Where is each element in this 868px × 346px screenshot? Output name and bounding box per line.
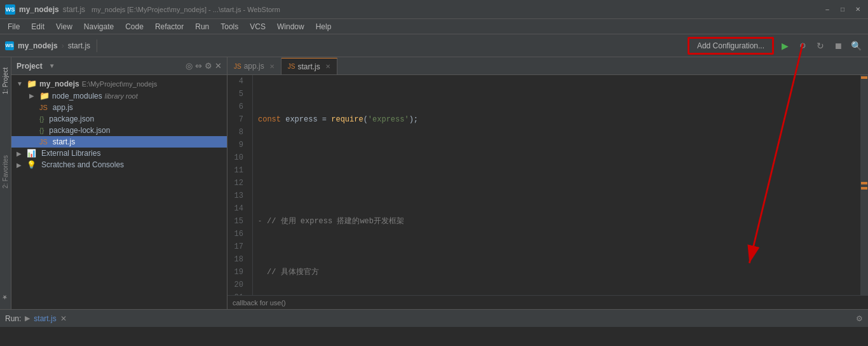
linenum-17: 17 [227,240,247,253]
scratches-arrow: ▶ [17,162,24,169]
gutter-marker-mid [861,182,867,184]
tab-start-js-label: start.js [297,62,320,71]
code-area: 4 5 6 7 8 9 10 11 12 13 14 15 16 17 18 1… [227,75,868,295]
maximize-button[interactable]: □ [837,4,848,15]
panel-settings-icon[interactable]: ⚙ [205,61,212,71]
menu-run[interactable]: Run [190,21,214,32]
code-content[interactable]: const express = require('express'); -// … [253,75,860,295]
project-tree: ▼ 📁 my_nodejs E:\MyProject\my_nodejs ▶ 📁… [11,75,227,309]
start-js-icon: JS [39,138,48,146]
gutter-marker-top [861,76,867,79]
linenum-19: 19 [227,266,247,279]
tree-node-modules[interactable]: ▶ 📁 node_modules library root [11,90,227,102]
right-gutter [860,75,868,295]
run-button[interactable]: ▶ [778,39,792,53]
run-text: Run: [5,314,21,323]
menu-vcs[interactable]: VCS [245,21,271,32]
scratches-icon: 💡 [27,160,36,169]
run-file[interactable]: start.js [34,314,56,323]
root-path: E:\MyProject\my_nodejs [82,80,158,88]
panel-icons: ◎ ⇔ ⚙ ✕ [186,61,222,71]
panel-collapse-icon[interactable]: ⇔ [195,61,202,71]
code-line-6: -// 使用 express 搭建的web开发框架 [258,215,855,228]
tab-app-js-icon: JS [234,63,241,70]
menu-refactor[interactable]: Refactor [150,21,189,32]
tab-app-js[interactable]: JS app.js ✕ [227,58,281,74]
tree-app-js[interactable]: JS app.js [11,102,227,113]
linenum-6: 6 [227,100,247,113]
left-strip: 1: Project 2: Favorites ★ [0,57,11,309]
linenum-10: 10 [227,151,247,164]
code-line-5 [258,164,855,177]
toolbar-logo: WS [5,41,14,50]
hint-bar: callback for use() [227,295,868,309]
favorites-star[interactable]: ★ [0,293,10,302]
linenum-4: 4 [227,75,247,88]
run-label: Run: ▶ start.js ✕ [5,314,67,323]
tab-start-js[interactable]: JS start.js ✕ [281,58,337,74]
tree-external-libraries[interactable]: ▶ 📊 External Libraries [11,148,227,159]
menu-view[interactable]: View [51,21,78,32]
tab-app-js-close[interactable]: ✕ [269,63,275,70]
linenum-7: 7 [227,113,247,126]
tab-app-js-label: app.js [244,62,264,71]
root-arrow: ▼ [17,80,24,87]
ext-lib-icon: 📊 [27,149,36,158]
minimize-button[interactable]: – [822,4,832,15]
linenum-5: 5 [227,88,247,100]
menu-window[interactable]: Window [272,21,309,32]
file-name-title: start.js [63,5,85,14]
tree-scratches[interactable]: ▶ 💡 Scratches and Consoles [11,159,227,170]
tree-package-lock[interactable]: {} package-lock.json [11,125,227,136]
pkglock-icon: {} [39,127,44,134]
linenum-11: 11 [227,164,247,177]
linenum-8: 8 [227,126,247,139]
code-line-7: // 具体搜官方 [258,266,855,279]
pkg-name: package.json [49,114,94,123]
tab-start-js-icon: JS [288,63,295,70]
toolbar-icon-1[interactable]: ⚙ [796,39,810,53]
gutter-marker-bottom [861,187,867,190]
project-panel-label[interactable]: 1: Project [1,62,10,99]
node-modules-name: node_modules [52,92,102,100]
tab-start-js-close[interactable]: ✕ [325,63,330,70]
tree-package-json[interactable]: {} package.json [11,113,227,125]
tabs-bar: JS app.js ✕ JS start.js ✕ [227,57,868,75]
favorites-panel-label[interactable]: 2: Favorites [1,150,10,193]
menu-file[interactable]: File [3,21,25,32]
run-close[interactable]: ✕ [60,314,67,323]
project-panel: Project ▼ ◎ ⇔ ⚙ ✕ ▼ 📁 my_nodejs E:\MyPro… [11,57,227,309]
title-left: WS my_nodejs start.js my_nodejs [E:\MyPr… [5,4,280,15]
hint-text: callback for use() [233,299,286,307]
close-button[interactable]: ✕ [853,4,863,15]
panel-locate-icon[interactable]: ◎ [186,61,193,71]
panel-dropdown[interactable]: ▼ [49,62,55,69]
tree-root[interactable]: ▼ 📁 my_nodejs E:\MyProject\my_nodejs [11,78,227,90]
start-js-name: start.js [53,137,75,146]
project-panel-title: Project [17,62,43,71]
node-modules-label: library root [105,92,138,100]
panel-close-icon[interactable]: ✕ [215,61,222,71]
search-icon[interactable]: 🔍 [849,39,863,53]
add-configuration-button[interactable]: Add Configuration... [688,37,774,55]
linenum-12: 12 [227,177,247,190]
toolbar-icon-3[interactable]: ⏹ [831,39,845,53]
menu-tools[interactable]: Tools [215,21,243,32]
menu-edit[interactable]: Edit [26,21,50,32]
project-panel-header: Project ▼ ◎ ⇔ ⚙ ✕ [11,57,227,75]
node-modules-arrow: ▶ [29,92,37,99]
toolbar-icon-2[interactable]: ↻ [813,39,827,53]
menu-code[interactable]: Code [120,21,149,32]
window-controls: – □ ✕ [822,4,863,15]
toolbar-project: my_nodejs [18,41,58,50]
app-js-icon: JS [39,104,48,111]
menu-help[interactable]: Help [311,21,337,32]
linenum-15: 15 [227,215,247,228]
bottom-settings-icon[interactable]: ⚙ [856,314,863,323]
ext-lib-name: External Libraries [41,149,100,158]
menu-navigate[interactable]: Navigate [79,21,119,32]
pkglock-name: package-lock.json [49,126,110,135]
toolbar-separator [97,39,97,52]
toolbar-project-name: my_nodejs [18,41,58,50]
tree-start-js[interactable]: JS start.js [11,136,227,148]
